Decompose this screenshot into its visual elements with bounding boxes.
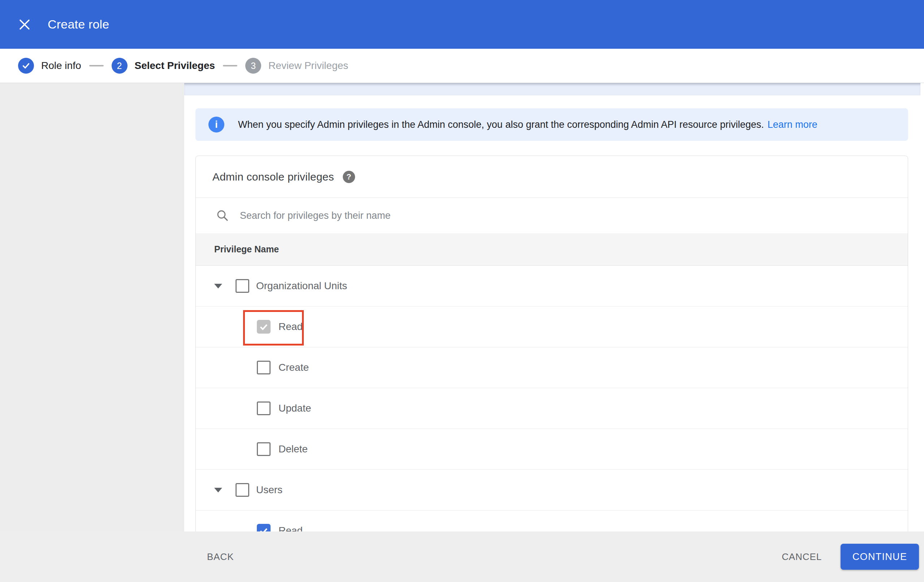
help-icon[interactable]: ? [343,171,355,183]
row-label: Read [279,321,303,333]
close-icon-glyph [18,18,31,31]
dialog-header: Create role [0,0,924,49]
create-role-dialog: Create role Role info 2 Select Privilege… [0,0,924,582]
column-header-privilege-name: Privilege Name [214,244,279,254]
row-org-units-create: Create [196,347,908,388]
row-org-units-read: Read [196,307,908,347]
learn-more-link[interactable]: Learn more [767,119,817,130]
row-users-read: Read [196,511,908,531]
row-label: Organizational Units [256,280,347,292]
checkbox-create[interactable] [257,361,271,374]
row-label: Update [279,402,311,414]
step-role-info[interactable]: Role info [18,58,81,74]
step-connector [223,65,237,66]
checkbox-users-read-checked[interactable] [257,524,271,531]
row-label: Delete [279,444,308,455]
dialog-body: i When you specify Admin privileges in t… [0,83,924,531]
card-header: Admin console privileges ? [196,156,908,198]
step-label-role-info: Role info [41,60,81,71]
dialog-title: Create role [48,17,109,31]
privileges-card: Admin console privileges ? Privilege Nam… [195,156,908,531]
row-label: Read [279,525,303,531]
checkbox-read-checked-disabled[interactable] [257,320,271,334]
search-icon [216,209,229,222]
step-connector [89,65,104,66]
check-icon [21,61,31,71]
row-label: Users [256,484,282,496]
footer-bar: BACK CANCEL CONTINUE [0,531,924,582]
row-organizational-units: Organizational Units [196,266,908,307]
continue-button[interactable]: CONTINUE [841,544,919,570]
privilege-rows: Organizational Units Read Creat [196,266,908,531]
info-icon: i [208,117,224,132]
cancel-button[interactable]: CANCEL [779,545,825,569]
check-icon [258,525,269,531]
step-number-3: 3 [245,58,261,74]
step-complete-icon [18,58,34,74]
row-label: Create [279,362,309,373]
table-header: Privilege Name [196,233,908,266]
scrolled-content-edge [184,83,921,95]
checkbox-update[interactable] [257,401,271,415]
step-review-privileges[interactable]: 3 Review Privileges [245,58,348,74]
step-number-2: 2 [112,58,127,74]
close-icon[interactable] [14,14,35,35]
info-banner: i When you specify Admin privileges in t… [195,108,908,141]
privilege-search-row [196,198,908,233]
content-scroll-area[interactable]: i When you specify Admin privileges in t… [184,83,924,531]
row-users: Users [196,470,908,511]
checkbox-users[interactable] [236,483,249,497]
card-title: Admin console privileges [213,171,334,183]
stepper: Role info 2 Select Privileges 3 Review P… [0,49,924,83]
search-input[interactable] [240,210,746,221]
banner-text: When you specify Admin privileges in the… [238,119,817,130]
checkbox-organizational-units[interactable] [236,279,249,293]
step-select-privileges[interactable]: 2 Select Privileges [112,58,215,74]
collapse-arrow-icon[interactable] [214,284,222,289]
row-org-units-update: Update [196,388,908,429]
check-icon [258,322,269,332]
checkbox-delete[interactable] [257,442,271,456]
back-button[interactable]: BACK [204,545,237,569]
step-label-select-privileges: Select Privileges [135,60,215,71]
left-panel [0,83,184,531]
collapse-arrow-icon[interactable] [214,488,222,493]
row-org-units-delete: Delete [196,429,908,470]
step-label-review-privileges: Review Privileges [268,60,348,71]
